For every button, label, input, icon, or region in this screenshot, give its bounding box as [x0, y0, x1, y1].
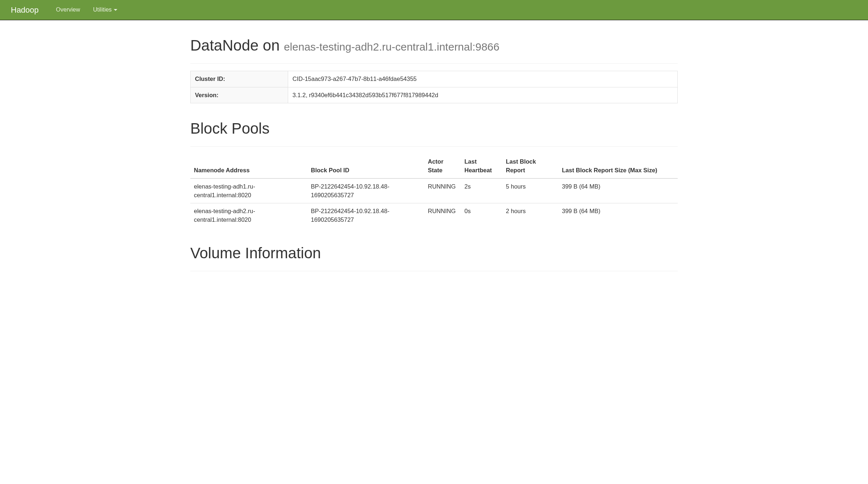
page-title-host: elenas-testing-adh2.ru-central1.internal… [284, 41, 499, 53]
cell-namenode: elenas-testing-adh2.ru-central1.internal… [190, 203, 307, 228]
col-namenode: Namenode Address [190, 154, 307, 178]
col-last-heartbeat: Last Heartbeat [461, 154, 502, 178]
navbar: Hadoop Overview Utilities [0, 0, 868, 20]
cell-last-block-report-size: 399 B (64 MB) [558, 203, 678, 228]
volume-info-header: Volume Information [190, 242, 678, 271]
col-last-block-report: Last Block Report [502, 154, 558, 178]
info-row-version: Version: 3.1.2, r9340ef6b441c34382d593b5… [191, 87, 678, 103]
page-title: DataNode on elenas-testing-adh2.ru-centr… [190, 35, 678, 56]
col-actor-state: Actor State [424, 154, 461, 178]
cell-pool-id: BP-2122642454-10.92.18.48-1690205635727 [307, 178, 424, 203]
cell-actor-state: RUNNING [424, 203, 461, 228]
col-last-block-report-size: Last Block Report Size (Max Size) [558, 154, 678, 178]
cell-last-heartbeat: 2s [461, 178, 502, 203]
nav-utilities-dropdown[interactable]: Utilities [87, 0, 124, 20]
info-table: Cluster ID: CID-15aac973-a267-47b7-8b11-… [190, 71, 678, 103]
page-title-prefix: DataNode on [190, 37, 280, 54]
col-pool-id: Block Pool ID [307, 154, 424, 178]
nav-overview[interactable]: Overview [49, 0, 87, 20]
cluster-id-label: Cluster ID: [191, 71, 288, 87]
version-label: Version: [191, 87, 288, 103]
cell-actor-state: RUNNING [424, 178, 461, 203]
cell-namenode: elenas-testing-adh1.ru-central1.internal… [190, 178, 307, 203]
table-row: elenas-testing-adh1.ru-central1.internal… [190, 178, 678, 203]
cluster-id-value: CID-15aac973-a267-47b7-8b11-a46fdae54355 [288, 71, 678, 87]
cell-last-heartbeat: 0s [461, 203, 502, 228]
cell-last-block-report: 5 hours [502, 178, 558, 203]
block-pools-title: Block Pools [190, 118, 678, 139]
page-header: DataNode on elenas-testing-adh2.ru-centr… [190, 35, 678, 64]
volume-info-title: Volume Information [190, 242, 678, 264]
cell-last-block-report: 2 hours [502, 203, 558, 228]
nav-utilities-label: Utilities [93, 6, 112, 14]
block-pools-header: Block Pools [190, 118, 678, 147]
block-pools-table: Namenode Address Block Pool ID Actor Sta… [190, 154, 678, 228]
cell-last-block-report-size: 399 B (64 MB) [558, 178, 678, 203]
table-row: elenas-testing-adh2.ru-central1.internal… [190, 203, 678, 228]
navbar-brand[interactable]: Hadoop [5, 0, 44, 21]
info-row-cluster-id: Cluster ID: CID-15aac973-a267-47b7-8b11-… [191, 71, 678, 87]
caret-down-icon [114, 9, 117, 11]
cell-pool-id: BP-2122642454-10.92.18.48-1690205635727 [307, 203, 424, 228]
version-value: 3.1.2, r9340ef6b441c34382d593b517f677f81… [288, 87, 678, 103]
